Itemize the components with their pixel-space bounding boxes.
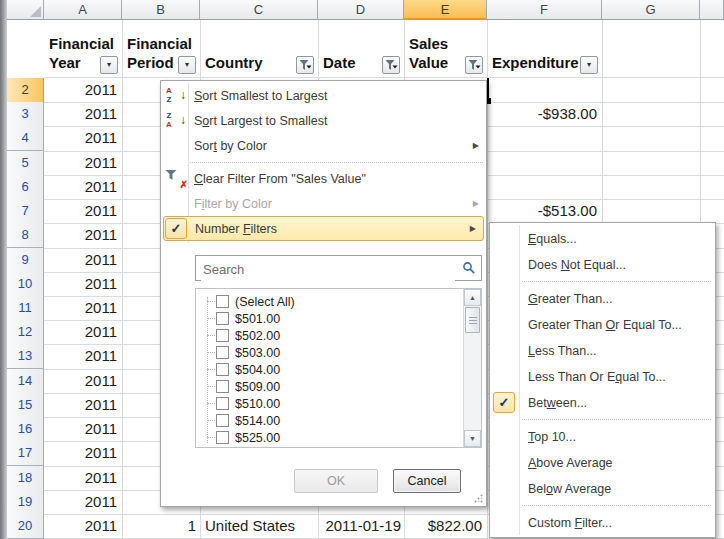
header-cell-financial-period[interactable]: FinancialPeriod ▾ xyxy=(122,20,200,78)
filter-value-item[interactable]: $502.00 xyxy=(202,327,461,344)
submenu-item-less-than[interactable]: Less Than... xyxy=(490,338,715,364)
cell-a16[interactable]: 2011 xyxy=(44,417,122,442)
cell-a6[interactable]: 2011 xyxy=(44,175,122,200)
submenu-item-equals[interactable]: Equals... xyxy=(490,226,715,252)
header-cell-sales-value[interactable]: SalesValue xyxy=(404,20,487,78)
row-header-2[interactable]: 2 xyxy=(7,78,44,103)
submenu-item-does-not-equal[interactable]: Does Not Equal... xyxy=(490,252,715,278)
list-scrollbar[interactable]: ▲ ▼ xyxy=(463,289,481,447)
cell-a14[interactable]: 2011 xyxy=(44,369,122,394)
column-header-c[interactable]: C xyxy=(200,0,318,20)
cancel-button[interactable]: Cancel xyxy=(393,469,461,493)
submenu-item-between[interactable]: ✓ Between... xyxy=(490,390,715,416)
checkbox[interactable] xyxy=(216,380,229,393)
header-cell-expenditure[interactable]: Expenditure ▾ xyxy=(487,20,602,78)
filter-button-sales-value[interactable] xyxy=(465,56,483,74)
ok-button[interactable]: OK xyxy=(294,469,378,493)
cell-a19[interactable]: 2011 xyxy=(44,490,122,515)
row-header-10[interactable]: 10 xyxy=(7,272,44,297)
filter-value-item[interactable]: $504.00 xyxy=(202,361,461,378)
filter-button-expenditure[interactable]: ▾ xyxy=(580,56,598,74)
row-header-19[interactable]: 19 xyxy=(7,490,44,515)
menu-item-clear-filter[interactable]: ✗ Clear Filter From "Sales Value" xyxy=(161,166,486,191)
cell-a12[interactable]: 2011 xyxy=(44,320,122,345)
cell-a5[interactable]: 2011 xyxy=(44,151,122,176)
row-header-15[interactable]: 15 xyxy=(7,393,44,418)
row-header-6[interactable]: 6 xyxy=(7,175,44,200)
checkbox[interactable] xyxy=(216,414,229,427)
row-header-16[interactable]: 16 xyxy=(7,417,44,442)
checkbox[interactable] xyxy=(216,295,229,308)
row-header-12[interactable]: 12 xyxy=(7,320,44,345)
row-header-8[interactable]: 8 xyxy=(7,223,44,248)
submenu-item-less-than-or-equal[interactable]: Less Than Or Equal To... xyxy=(490,364,715,390)
filter-button-country[interactable] xyxy=(296,56,314,74)
filter-value-select-all[interactable]: (Select All) xyxy=(202,293,461,310)
checkbox[interactable] xyxy=(216,312,229,325)
cell-a2[interactable]: 2011 xyxy=(44,78,122,103)
filter-button-financial-year[interactable]: ▾ xyxy=(100,56,118,74)
cell-f7[interactable]: -$513.00 xyxy=(487,199,602,224)
menu-item-filter-by-color[interactable]: Filter by Color ▶ xyxy=(161,191,486,216)
row-header-18[interactable]: 18 xyxy=(7,466,44,491)
submenu-item-greater-than[interactable]: Greater Than... xyxy=(490,286,715,312)
column-header-partial[interactable] xyxy=(700,0,724,20)
column-header-e[interactable]: E xyxy=(404,0,487,20)
row-header-9[interactable]: 9 xyxy=(7,248,44,273)
row-header-11[interactable]: 11 xyxy=(7,296,44,321)
row-header-13[interactable]: 13 xyxy=(7,344,44,369)
submenu-item-top-10[interactable]: Top 10... xyxy=(490,424,715,450)
submenu-item-custom-filter[interactable]: Custom Filter... xyxy=(490,510,715,536)
cell-a18[interactable]: 2011 xyxy=(44,466,122,491)
cell-c20[interactable]: United States xyxy=(200,514,318,539)
filter-value-item[interactable]: $501.00 xyxy=(202,310,461,327)
menu-item-sort-largest-to-smallest[interactable]: ZA ↓ Sort Largest to Smallest xyxy=(161,108,486,133)
cell-a8[interactable]: 2011 xyxy=(44,223,122,248)
column-header-g[interactable]: G xyxy=(602,0,700,20)
menu-item-sort-smallest-to-largest[interactable]: AZ ↓ Sort Smallest to Largest xyxy=(161,83,486,108)
search-input[interactable] xyxy=(201,257,455,281)
scroll-down-button[interactable]: ▼ xyxy=(464,430,481,447)
checkbox[interactable] xyxy=(216,346,229,359)
cell-e20[interactable]: $822.00 xyxy=(404,514,487,539)
menu-item-sort-by-color[interactable]: Sort by Color ▶ xyxy=(161,133,486,158)
resize-grip[interactable] xyxy=(473,493,484,504)
column-header-d[interactable]: D xyxy=(318,0,404,20)
cell-b20[interactable]: 1 xyxy=(122,514,200,539)
submenu-item-below-average[interactable]: Below Average xyxy=(490,476,715,502)
header-cell-date[interactable]: Date xyxy=(318,20,404,78)
submenu-item-above-average[interactable]: Above Average xyxy=(490,450,715,476)
cell-a11[interactable]: 2011 xyxy=(44,296,122,321)
scrollbar-thumb[interactable] xyxy=(465,307,480,333)
row-header-17[interactable]: 17 xyxy=(7,441,44,466)
filter-button-financial-period[interactable]: ▾ xyxy=(178,56,196,74)
filter-value-item[interactable]: $510.00 xyxy=(202,395,461,412)
row-header-3[interactable]: 3 xyxy=(7,102,44,127)
cell-a3[interactable]: 2011 xyxy=(44,102,122,127)
cell-a15[interactable]: 2011 xyxy=(44,393,122,418)
filter-value-item[interactable]: $503.00 xyxy=(202,344,461,361)
column-header-f[interactable]: F xyxy=(487,0,602,20)
cell-a9[interactable]: 2011 xyxy=(44,248,122,273)
submenu-item-greater-than-or-equal[interactable]: Greater Than Or Equal To... xyxy=(490,312,715,338)
filter-value-item[interactable]: $525.00 xyxy=(202,429,461,446)
row-header-4[interactable]: 4 xyxy=(7,126,44,151)
filter-button-date[interactable] xyxy=(382,56,400,74)
menu-item-number-filters[interactable]: ✓ Number Filters ▶ xyxy=(163,216,484,241)
checkbox[interactable] xyxy=(216,397,229,410)
checkbox[interactable] xyxy=(216,431,229,444)
column-header-b[interactable]: B xyxy=(122,0,200,20)
column-header-a[interactable]: A xyxy=(44,0,122,20)
header-cell-country[interactable]: Country xyxy=(200,20,318,78)
cell-a17[interactable]: 2011 xyxy=(44,441,122,466)
checkbox[interactable] xyxy=(216,329,229,342)
cell-a4[interactable]: 2011 xyxy=(44,126,122,151)
row-header-14[interactable]: 14 xyxy=(7,369,44,394)
row-header-20[interactable]: 20 xyxy=(7,514,44,539)
cell-d20[interactable]: 2011-01-19 xyxy=(318,514,404,539)
row-header-5[interactable]: 5 xyxy=(7,151,44,176)
header-cell-financial-year[interactable]: FinancialYear ▾ xyxy=(44,20,122,78)
row-header-7[interactable]: 7 xyxy=(7,199,44,224)
filter-value-item-clipped[interactable] xyxy=(202,446,461,448)
cell-a10[interactable]: 2011 xyxy=(44,272,122,297)
